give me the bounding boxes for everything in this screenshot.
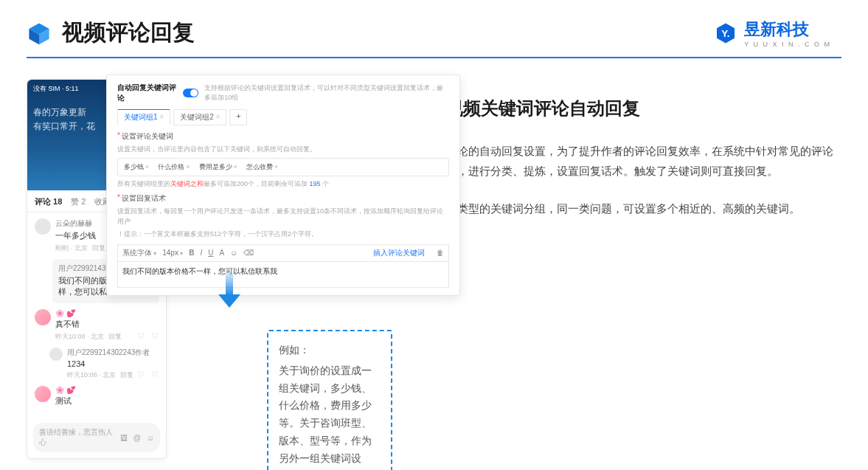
input-placeholder: 善语结善缘，恶言伤人心 xyxy=(39,427,114,448)
reply-author: 用户2299214302243作者 xyxy=(67,348,159,358)
page-header: 视频评论回复 Y. 昱新科技 Y U U X I N . C O M xyxy=(0,0,868,57)
avatar xyxy=(35,386,51,402)
example-callout: 例如： 关于询价的设置成一组关键词，多少钱、什么价格，费用多少等。关于咨询班型、… xyxy=(267,330,392,470)
brand-name: 昱新科技 xyxy=(744,18,831,41)
page-title: 视频评论回复 xyxy=(62,18,195,48)
char-limit-tip: ！提示：一个富文本框最多支持512个字符，一个汉字占用2个字符。 xyxy=(117,229,449,240)
reply-link[interactable]: 回复 xyxy=(120,371,133,379)
keyword-tag[interactable]: 怎么收费× xyxy=(243,162,281,173)
keywords-tip: 设置关键词，当评论里内容包含了以下关键词，则系统可自动回复。 xyxy=(117,145,449,155)
add-group-button[interactable]: + xyxy=(229,109,247,125)
comment-text: 真不错 xyxy=(55,319,159,330)
editor-textarea[interactable]: 我们不同的版本价格不一样，您可以私信联系我 xyxy=(117,261,449,288)
at-icon[interactable]: @ xyxy=(133,434,141,442)
example-heading: 例如： xyxy=(279,342,381,359)
kw-group-tab-1[interactable]: 关键词组1 × xyxy=(117,109,170,125)
comment-input[interactable]: 善语结善缘，恶言伤人心 🖼 @ ☺ xyxy=(33,423,160,452)
color-icon[interactable]: A xyxy=(219,249,224,257)
author-badge: 作者 xyxy=(135,348,150,356)
emoji-icon[interactable]: ☺ xyxy=(230,249,237,257)
like-icon[interactable]: ♡ ♡ xyxy=(137,370,159,379)
keyword-tag[interactable]: 费用是多少× xyxy=(196,162,240,173)
brand-hex-icon: Y. xyxy=(715,22,737,44)
bullet-text: 支持不同类型的关键词分组，同一类问题，可设置多个相近的、高频的关键词。 xyxy=(413,198,800,218)
settings-panel: 自动回复关键词评论 支持根据评论的关键词设置回复话术，可以针对不同类型关键词设置… xyxy=(106,75,460,296)
emoji-icon[interactable]: ☺ xyxy=(147,434,154,442)
avatar xyxy=(49,348,63,361)
keyword-tags[interactable]: 多少钱× 什么价格× 费用是多少× 怎么收费× xyxy=(117,158,449,176)
font-select[interactable]: 系统字体 xyxy=(122,248,156,258)
comment-item: 🌸 💕 测试 xyxy=(35,386,159,408)
illustration-area: 没有 SIM · 5:11 春的万象更新 有笑口常开，花 评论 18 赞 2 收… xyxy=(27,79,381,433)
header-divider xyxy=(27,57,841,58)
brand-logo: Y. 昱新科技 Y U U X I N . C O M xyxy=(715,18,831,48)
keyword-tag[interactable]: 什么价格× xyxy=(155,162,192,173)
editor-toolbar: 系统字体 14px B I U A ☺ ⌫ 插入评论关键词 🗑 xyxy=(117,244,449,261)
brand-sub: Y U U X I N . C O M xyxy=(744,41,831,48)
comment-subitem: 用户2299214302243作者 1234 昨天10:08 · 北京回复♡ ♡ xyxy=(49,348,159,380)
comment-meta: 刚刚 · 北京回复 xyxy=(55,244,105,252)
commenter-name: 🌸 💕 xyxy=(55,386,159,394)
svg-text:Y.: Y. xyxy=(722,28,730,39)
arrow-down-icon xyxy=(218,272,240,317)
keyword-tag[interactable]: 多少钱× xyxy=(121,162,152,173)
comment-meta: 昨天10:08 · 北京回复♡ ♡ xyxy=(67,371,133,379)
kw-group-tab-2[interactable]: 关键词组2 × xyxy=(173,109,226,125)
cube-icon xyxy=(27,21,52,46)
bold-icon[interactable]: B xyxy=(189,249,194,257)
comment-text: 测试 xyxy=(55,395,159,407)
section-keywords: 设置评论关键词 xyxy=(117,131,449,142)
clear-icon[interactable]: ⌫ xyxy=(243,249,254,257)
size-select[interactable]: 14px xyxy=(162,249,183,257)
reply-link[interactable]: 回复 xyxy=(108,333,122,340)
delete-icon[interactable]: 🗑 xyxy=(437,249,444,257)
comment-meta: 昨天10:08 · 北京回复♡ ♡ xyxy=(55,333,122,340)
feature-bullet: 短视频评论的自动回复设置，为了提升作者的评论回复效率，在系统中针对常见的评论用户… xyxy=(398,141,841,181)
tab-likes[interactable]: 赞 2 xyxy=(71,196,86,207)
image-icon[interactable]: 🖼 xyxy=(120,434,128,442)
underline-icon[interactable]: U xyxy=(208,249,213,257)
keyword-group-tabs: 关键词组1 × 关键词组2 × + xyxy=(117,109,449,125)
feature-bullet: 支持不同类型的关键词分组，同一类问题，可设置多个相近的、高频的关键词。 xyxy=(398,198,841,218)
avatar xyxy=(35,309,51,325)
commenter-name: 🌸 💕 xyxy=(55,309,159,317)
reply-link[interactable]: 回复 xyxy=(92,244,105,252)
panel-title: 自动回复关键词评论 xyxy=(117,83,177,103)
comment-item: 🌸 💕 真不错 昨天10:08 · 北京回复♡ ♡ xyxy=(35,309,159,342)
example-body: 关于询价的设置成一组关键词，多少钱、什么价格，费用多少等。关于咨询班型、版本、型… xyxy=(279,362,381,470)
section-reply: 设置回复话术 xyxy=(117,193,449,204)
reply-text: 1234 xyxy=(67,359,159,368)
italic-icon[interactable]: I xyxy=(200,249,202,257)
description-area: 短视频关键词评论自动回复 短视频评论的自动回复设置，为了提升作者的评论回复效率，… xyxy=(398,79,841,433)
bullet-text: 短视频评论的自动回复设置，为了提升作者的评论回复效率，在系统中针对常见的评论用户… xyxy=(413,141,841,181)
panel-subtitle: 支持根据评论的关键词设置回复话术，可以针对不同类型关键词设置回复话术，最多添加1… xyxy=(204,83,449,103)
reply-tip: 设置回复话术，每回复一个用户评论只发送一条话术，最多支持设置10条不同话术，按添… xyxy=(117,207,449,227)
insert-keyword-link[interactable]: 插入评论关键词 xyxy=(373,248,425,258)
toggle-switch[interactable] xyxy=(183,89,199,97)
keyword-count-tip: 所有关键词组里的关键词之和最多可添加200个，目前剩余可添加 195 个 xyxy=(117,179,449,190)
tab-comments[interactable]: 评论 18 xyxy=(35,196,62,207)
avatar xyxy=(35,218,51,235)
like-icon[interactable]: ♡ ♡ xyxy=(137,331,159,341)
